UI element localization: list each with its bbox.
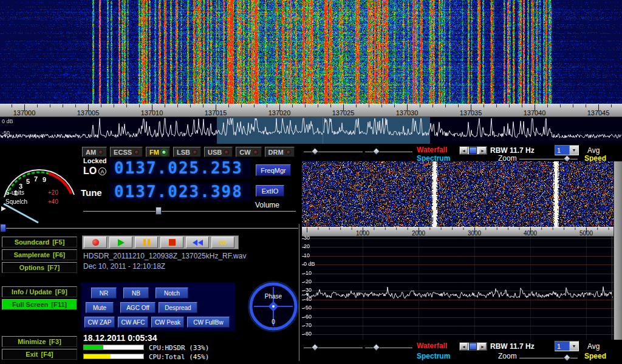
mode-label: LSB: [177, 149, 190, 156]
mode-fm-button[interactable]: FM: [146, 147, 170, 157]
dropdown-arrow-icon[interactable]: ▼: [569, 342, 578, 351]
zoom-slider-bottom-handle[interactable]: [563, 354, 571, 362]
despread-button[interactable]: Despread: [159, 302, 197, 313]
record-button[interactable]: [84, 237, 107, 248]
scroll-right-icon[interactable]: ►: [479, 147, 487, 154]
zoom-scrollbar-bottom[interactable]: ◄ ►: [459, 342, 487, 351]
cw-afc-button[interactable]: CW AFC: [118, 317, 148, 328]
mode-label: ECSS: [114, 149, 132, 156]
cw-fullbw-button[interactable]: CW FullBw: [187, 317, 230, 328]
plus20-label: +20: [48, 189, 58, 196]
options-button[interactable]: Options[F7]: [2, 262, 77, 273]
notch-button[interactable]: Notch: [156, 288, 188, 298]
af-db-label: 10: [304, 252, 310, 258]
scroll-left-icon[interactable]: ◄: [460, 343, 468, 350]
exit-button[interactable]: Exit[F4]: [2, 349, 77, 360]
squelch-marker[interactable]: [1, 206, 6, 211]
cw-zap-button[interactable]: CW ZAP: [84, 317, 115, 328]
mode-label: USB: [208, 149, 222, 156]
af-db-label: 30: [304, 235, 310, 241]
mode-cw-button[interactable]: CW: [236, 147, 261, 157]
nr-button[interactable]: NR: [91, 288, 117, 298]
wf2-contrast-slider-handle[interactable]: [372, 343, 380, 351]
cw-peak-button[interactable]: CW Peak: [151, 317, 184, 328]
af-waterfall-display[interactable]: [302, 161, 613, 227]
nb-button[interactable]: NB: [123, 288, 149, 298]
play-icon: [118, 239, 125, 246]
right-scrollbar[interactable]: [613, 161, 622, 340]
zoom-scroll-thumb[interactable]: [469, 343, 477, 350]
main-waterfall-display[interactable]: [0, 0, 622, 104]
squelch-label: Squelch: [5, 198, 27, 205]
audio-gain-slider-handle[interactable]: [0, 224, 6, 232]
zoom-label-bottom: Zoom: [498, 352, 517, 360]
zoom-scrollbar[interactable]: ◄ ►: [459, 146, 487, 155]
transport-bar: ∞: [82, 235, 239, 249]
mode-lsb-button[interactable]: LSB: [173, 147, 201, 157]
avg-label: Avg: [587, 146, 600, 155]
samplerate-button[interactable]: Samplerate[F6]: [2, 249, 77, 260]
zoom-scroll-track[interactable]: [468, 343, 479, 350]
af-db-label: -30: [304, 287, 312, 293]
waterfall-tab[interactable]: Waterfall: [417, 146, 447, 154]
loop-icon: ∞: [219, 239, 226, 246]
avg-dropdown-value: 1: [555, 146, 569, 155]
zoom-scroll-thumb[interactable]: [469, 147, 477, 154]
wf-contrast-slider-handle[interactable]: [372, 147, 380, 155]
mode-am-button[interactable]: AM: [82, 147, 107, 157]
scroll-right-icon[interactable]: ►: [479, 343, 487, 350]
lock-badge[interactable]: A: [98, 167, 106, 175]
main-spectrum-display[interactable]: [0, 117, 622, 144]
mute-button[interactable]: Mute: [86, 302, 114, 313]
rewind-button[interactable]: [186, 237, 209, 248]
freqmgr-button[interactable]: FreqMgr: [256, 164, 291, 176]
meter-tick: 9: [43, 176, 46, 183]
info-update-button[interactable]: Info / Update[F9]: [2, 286, 77, 297]
db-scale-mid: -50: [2, 130, 10, 136]
avg-dropdown[interactable]: 1 ▼: [555, 145, 579, 155]
zoom-scroll-track[interactable]: [468, 147, 479, 154]
dropdown-arrow-icon[interactable]: ▼: [569, 146, 578, 155]
volume-slider[interactable]: [83, 211, 296, 212]
fullscreen-button[interactable]: Full Screen[F11]: [2, 299, 77, 310]
loop-button[interactable]: ∞: [211, 237, 234, 248]
avg-label-bottom: Avg: [587, 342, 600, 351]
wf-brightness-slider-handle[interactable]: [311, 147, 319, 155]
minimize-button[interactable]: Minimize[F3]: [2, 336, 77, 347]
af-db-label: 20: [304, 243, 310, 249]
play-button[interactable]: [109, 237, 132, 248]
af-db-label: -40: [304, 296, 312, 302]
volume-slider-handle[interactable]: [156, 207, 162, 215]
cpu-total-bar: [83, 354, 144, 359]
audio-gain-slider[interactable]: [6, 228, 298, 229]
lo-label: LO: [83, 166, 97, 177]
wf2-brightness-slider-handle[interactable]: [311, 343, 319, 351]
lo-frequency-display[interactable]: 0137.025.253: [109, 159, 251, 178]
af-frequency-ruler[interactable]: 1000 2000 3000 4000 5000: [302, 227, 613, 237]
stop-button[interactable]: [160, 237, 183, 248]
agc-off-button[interactable]: AGC Off: [120, 302, 156, 313]
mode-ecss-button[interactable]: ECSS: [110, 147, 143, 157]
frequency-ruler[interactable]: 137000 137005 137010 137015 137020 13702…: [0, 104, 622, 117]
sunits-label: S-units: [5, 189, 24, 196]
soundcard-button[interactable]: Soundcard[F5]: [2, 237, 77, 248]
db-scale-top: 0 dB: [2, 118, 13, 124]
af-spectrum-display[interactable]: [302, 237, 613, 340]
mode-drm-button[interactable]: DRM: [265, 147, 295, 157]
ruler-label: 137035: [453, 109, 489, 116]
avg-dropdown-bottom[interactable]: 1 ▼: [555, 341, 579, 351]
mode-usb-button[interactable]: USB: [204, 147, 233, 157]
mode-led-icon: [253, 150, 258, 155]
spectrum-tab-bottom[interactable]: Spectrum: [417, 352, 450, 360]
extio-button[interactable]: ExtIO: [256, 185, 284, 197]
scroll-left-icon[interactable]: ◄: [460, 147, 468, 154]
ruler-label: 137015: [197, 109, 234, 116]
speed-label-bottom: Speed: [584, 352, 606, 360]
waterfall-tab-bottom[interactable]: Waterfall: [417, 342, 447, 350]
pause-button[interactable]: [135, 237, 158, 248]
button-label: Samplerate: [14, 251, 50, 258]
ruler-label: 137045: [580, 109, 617, 116]
tune-frequency-display[interactable]: 0137.023.398: [109, 183, 251, 201]
af-db-label: -50: [304, 305, 312, 311]
recording-filename: HDSDR_20111210_120938Z_137025kHz_RF.wav: [83, 252, 246, 260]
